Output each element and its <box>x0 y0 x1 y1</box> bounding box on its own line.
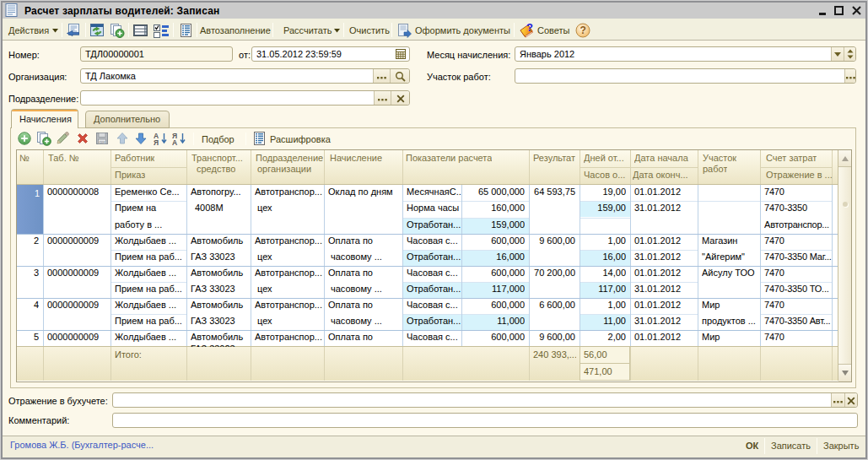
svg-text:?: ? <box>580 24 586 36</box>
svg-text:А: А <box>172 138 177 146</box>
svg-text:сох: сох <box>100 140 106 144</box>
svg-text:?: ? <box>526 23 533 34</box>
svg-text:Я: Я <box>154 138 159 146</box>
